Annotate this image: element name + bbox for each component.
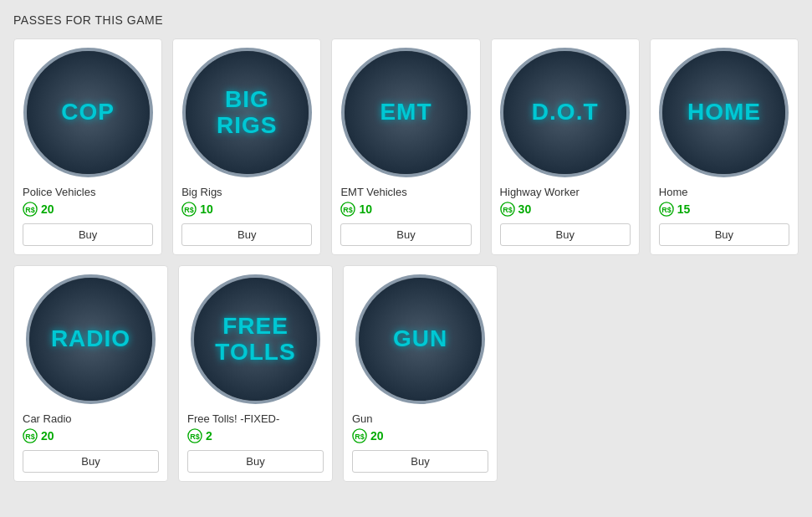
buy-button-home[interactable]: Buy bbox=[659, 223, 789, 246]
pass-price-dot: R$ 30 bbox=[500, 202, 532, 217]
pass-card-free-tolls: FREETOLLSFree Tolls! -FIXED- R$ 2Buy bbox=[178, 265, 333, 482]
price-amount-free-tolls: 2 bbox=[206, 429, 212, 443]
pass-card-big-rigs: BIGRIGSBig Rigs R$ 10Buy bbox=[172, 38, 321, 255]
pass-name-cop: Police Vehicles bbox=[23, 186, 95, 198]
svg-text:R$: R$ bbox=[503, 206, 513, 214]
pass-icon-big-rigs: BIGRIGS bbox=[182, 48, 312, 177]
buy-button-big-rigs[interactable]: Buy bbox=[181, 223, 312, 246]
pass-price-emt: R$ 10 bbox=[340, 202, 372, 217]
buy-button-emt[interactable]: Buy bbox=[340, 223, 471, 246]
pass-icon-dot: D.O.T bbox=[500, 48, 630, 177]
pass-card-gun: GUNGun R$ 20Buy bbox=[343, 265, 498, 482]
pass-label-gun: GUN bbox=[393, 326, 447, 352]
pass-icon-emt: EMT bbox=[341, 48, 471, 177]
passes-row-1: COPPolice Vehicles R$ 20BuyBIGRIGSBig Ri… bbox=[13, 38, 799, 255]
pass-card-emt: EMTEMT Vehicles R$ 10Buy bbox=[331, 38, 480, 255]
pass-label-dot: D.O.T bbox=[532, 100, 599, 125]
pass-label-home: HOME bbox=[687, 100, 761, 125]
pass-icon-radio: RADIO bbox=[26, 274, 156, 404]
price-amount-cop: 20 bbox=[41, 202, 54, 216]
pass-label-emt: EMT bbox=[380, 100, 432, 125]
svg-text:R$: R$ bbox=[344, 206, 354, 214]
svg-text:R$: R$ bbox=[25, 206, 35, 214]
svg-text:R$: R$ bbox=[184, 206, 194, 214]
pass-price-radio: R$ 20 bbox=[23, 428, 54, 443]
pass-label-radio: RADIO bbox=[51, 326, 130, 352]
price-amount-radio: 20 bbox=[41, 429, 54, 443]
buy-button-dot[interactable]: Buy bbox=[500, 223, 631, 246]
pass-price-free-tolls: R$ 2 bbox=[187, 428, 212, 443]
pass-icon-gun: GUN bbox=[355, 274, 485, 404]
pass-icon-free-tolls: FREETOLLS bbox=[191, 274, 320, 404]
price-amount-emt: 10 bbox=[359, 202, 372, 216]
pass-label-big-rigs: BIGRIGS bbox=[217, 87, 277, 139]
pass-name-free-tolls: Free Tolls! -FIXED- bbox=[187, 412, 279, 425]
pass-price-gun: R$ 20 bbox=[352, 428, 384, 443]
pass-icon-home: HOME bbox=[659, 48, 789, 177]
pass-card-cop: COPPolice Vehicles R$ 20Buy bbox=[13, 38, 162, 255]
pass-card-dot: D.O.THighway Worker R$ 30Buy bbox=[491, 38, 640, 255]
price-amount-home: 15 bbox=[677, 202, 691, 216]
buy-button-free-tolls[interactable]: Buy bbox=[187, 450, 324, 473]
pass-price-cop: R$ 20 bbox=[23, 202, 54, 217]
buy-button-radio[interactable]: Buy bbox=[23, 450, 159, 473]
pass-price-big-rigs: R$ 10 bbox=[181, 202, 213, 217]
pass-label-free-tolls: FREETOLLS bbox=[215, 314, 295, 366]
pass-label-cop: COP bbox=[61, 100, 115, 125]
pass-card-home: HOMEHome R$ 15Buy bbox=[650, 38, 799, 255]
pass-icon-cop: COP bbox=[23, 48, 153, 177]
passes-row-2: RADIOCar Radio R$ 20BuyFREETOLLSFree Tol… bbox=[13, 265, 799, 482]
page-container: PASSES FOR THIS GAME COPPolice Vehicles … bbox=[13, 13, 799, 482]
price-amount-dot: 30 bbox=[518, 202, 532, 216]
price-amount-big-rigs: 10 bbox=[200, 202, 213, 216]
pass-name-home: Home bbox=[659, 186, 688, 198]
buy-button-gun[interactable]: Buy bbox=[352, 450, 488, 473]
pass-name-emt: EMT Vehicles bbox=[340, 186, 406, 198]
pass-name-dot: Highway Worker bbox=[500, 186, 580, 198]
pass-price-home: R$ 15 bbox=[659, 202, 691, 217]
price-amount-gun: 20 bbox=[370, 429, 384, 443]
page-title: PASSES FOR THIS GAME bbox=[13, 13, 799, 27]
svg-text:R$: R$ bbox=[355, 433, 365, 441]
pass-name-radio: Car Radio bbox=[23, 412, 72, 425]
pass-name-big-rigs: Big Rigs bbox=[181, 186, 222, 198]
svg-text:R$: R$ bbox=[661, 206, 672, 214]
buy-button-cop[interactable]: Buy bbox=[23, 223, 153, 246]
passes-grid: COPPolice Vehicles R$ 20BuyBIGRIGSBig Ri… bbox=[13, 38, 799, 482]
pass-name-gun: Gun bbox=[352, 412, 373, 425]
svg-text:R$: R$ bbox=[190, 433, 200, 441]
svg-text:R$: R$ bbox=[25, 433, 35, 441]
pass-card-radio: RADIOCar Radio R$ 20Buy bbox=[13, 265, 168, 482]
